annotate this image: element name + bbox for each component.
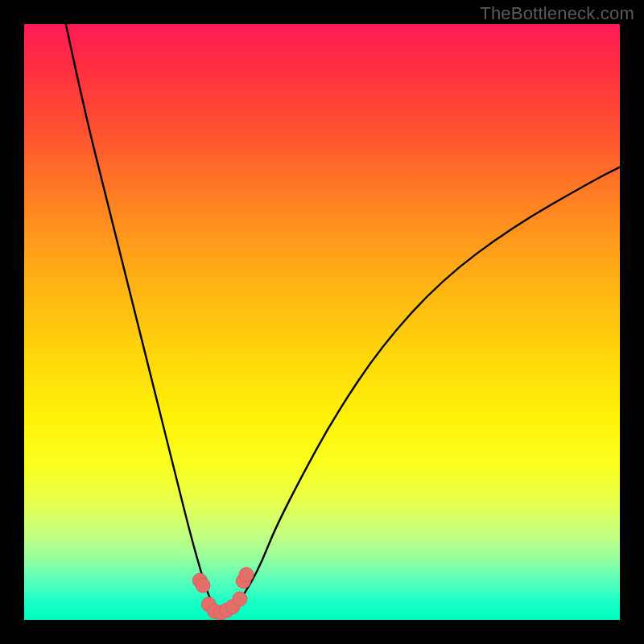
background-gradient: [24, 24, 620, 620]
chart-frame: TheBottleneck.com: [0, 0, 644, 644]
watermark-text: TheBottleneck.com: [480, 3, 634, 24]
plot-area: [24, 24, 620, 620]
